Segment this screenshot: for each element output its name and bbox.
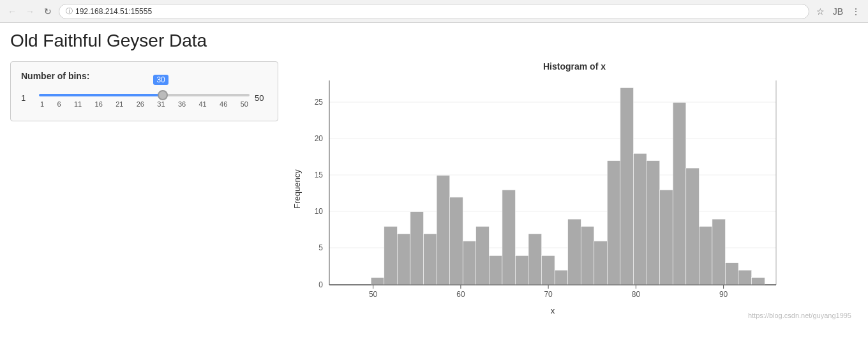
- svg-text:80: 80: [632, 290, 641, 299]
- svg-text:5: 5: [318, 243, 323, 252]
- histogram-svg: 0 5 10 15 20 25: [291, 74, 789, 323]
- bar-10: [489, 255, 502, 285]
- bar-29: [738, 270, 752, 285]
- svg-text:20: 20: [315, 134, 324, 143]
- bar-21: [634, 153, 647, 285]
- slider-row: 1 30 1 6 11 16 21 26: [21, 87, 267, 108]
- bar-17: [581, 227, 594, 285]
- bookmark-button[interactable]: ☆: [813, 4, 827, 19]
- page-content: Old Faithful Geyser Data Number of bins:…: [0, 23, 868, 331]
- bar-30: [752, 278, 765, 285]
- bar-22: [647, 161, 660, 285]
- svg-text:15: 15: [315, 171, 324, 179]
- bar-9: [476, 227, 490, 285]
- bar-4: [410, 212, 424, 285]
- svg-text:90: 90: [719, 290, 728, 299]
- bar-19: [607, 161, 620, 285]
- forward-button[interactable]: →: [23, 4, 37, 19]
- bar-11: [502, 190, 516, 285]
- y-axis-label: Frequency: [292, 169, 302, 209]
- histogram-bars: [371, 87, 765, 285]
- bar-25: [686, 168, 700, 285]
- bar-13: [528, 234, 542, 285]
- svg-text:0: 0: [318, 280, 323, 289]
- bins-label: Number of bins:: [21, 71, 267, 81]
- bar-28: [725, 263, 738, 285]
- chart-area: Histogram of x 0 5 10: [291, 61, 858, 323]
- jb-button[interactable]: JB: [831, 4, 845, 19]
- bar-3: [397, 234, 410, 285]
- lock-icon: ⓘ: [66, 6, 73, 16]
- slider-max-label: 50: [255, 93, 267, 103]
- x-axis: 50 60 70 80 90: [369, 285, 728, 299]
- svg-text:25: 25: [315, 98, 324, 107]
- menu-button[interactable]: ⋮: [849, 4, 863, 19]
- svg-text:60: 60: [456, 290, 465, 299]
- svg-text:50: 50: [369, 290, 378, 299]
- bar-8: [463, 241, 476, 285]
- address-bar[interactable]: ⓘ 192.168.214.51:15555: [59, 4, 809, 19]
- bar-16: [568, 219, 581, 285]
- x-axis-label: x: [551, 306, 555, 315]
- bar-12: [515, 255, 528, 285]
- bar-15: [555, 270, 568, 285]
- chart-title: Histogram of x: [291, 61, 858, 72]
- reload-button[interactable]: ↻: [41, 4, 55, 19]
- svg-text:10: 10: [315, 207, 324, 216]
- control-panel: Number of bins: 1 30 1 6 11 16: [10, 61, 278, 121]
- slider-wrapper: 30 1 6 11 16 21 26 31 36 41 46: [39, 87, 250, 108]
- slider-ticks: 1 6 11 16 21 26 31 36 41 46 50: [39, 100, 250, 108]
- bins-slider[interactable]: [39, 94, 250, 96]
- bar-20: [620, 87, 634, 285]
- slider-value-bubble: 30: [153, 75, 168, 85]
- bar-2: [384, 227, 398, 285]
- bar-7: [450, 197, 463, 285]
- bar-24: [673, 102, 686, 285]
- watermark: https://blog.csdn.net/guyang1995: [748, 312, 851, 319]
- bar-1: [371, 278, 384, 285]
- svg-text:70: 70: [544, 290, 553, 299]
- slider-min-label: 1: [21, 93, 34, 103]
- back-button[interactable]: ←: [5, 4, 19, 19]
- bar-26: [699, 227, 712, 285]
- bar-5: [424, 234, 437, 285]
- bar-6: [437, 176, 450, 285]
- bar-18: [594, 241, 608, 285]
- main-layout: Number of bins: 1 30 1 6 11 16: [10, 61, 858, 323]
- bar-23: [660, 190, 673, 285]
- page-title: Old Faithful Geyser Data: [10, 31, 858, 51]
- url-text: 192.168.214.51:15555: [75, 7, 152, 16]
- bar-27: [712, 219, 726, 285]
- browser-chrome: ← → ↻ ⓘ 192.168.214.51:15555 ☆ JB ⋮: [0, 0, 868, 23]
- bar-14: [542, 255, 555, 285]
